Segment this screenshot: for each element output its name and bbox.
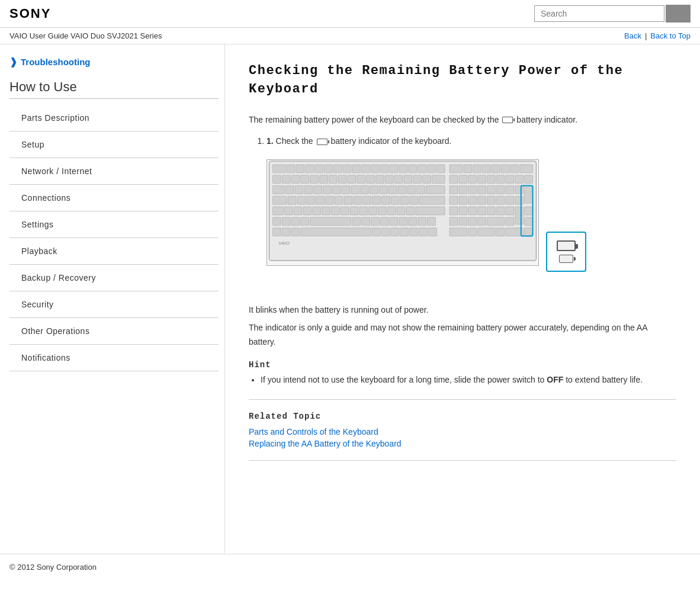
svg-rect-105 xyxy=(284,207,293,215)
related-topic-section: Related Topic Parts and Controls of the … xyxy=(249,412,676,448)
search-button[interactable] xyxy=(666,5,691,23)
svg-rect-10 xyxy=(362,165,370,173)
svg-rect-19 xyxy=(449,165,463,173)
content-title: Checking the Remaining Battery Power of … xyxy=(249,62,676,99)
svg-rect-97 xyxy=(459,197,467,205)
sidebar-item-connections[interactable]: Connections xyxy=(9,185,219,211)
svg-rect-89 xyxy=(363,197,371,205)
sidebar-item-playback[interactable]: Playback xyxy=(9,238,219,265)
svg-rect-5 xyxy=(315,165,323,173)
keyboard-svg-wrapper: VAIO xyxy=(266,159,539,266)
svg-rect-76 xyxy=(496,186,505,194)
svg-rect-101 xyxy=(496,197,505,205)
battery-icon-inline xyxy=(502,117,513,123)
step-number-1: 1. xyxy=(266,136,274,146)
svg-rect-156 xyxy=(391,228,399,236)
svg-rect-122 xyxy=(468,207,477,215)
hint-label: Hint xyxy=(249,360,676,370)
content-intro: The remaining battery power of the keybo… xyxy=(249,113,676,126)
svg-rect-99 xyxy=(478,197,486,205)
sidebar-item-notifications[interactable]: Notifications xyxy=(9,345,219,371)
svg-rect-7 xyxy=(333,165,342,173)
svg-rect-100 xyxy=(487,197,495,205)
back-link[interactable]: Back xyxy=(624,31,641,40)
svg-rect-146 xyxy=(478,217,486,226)
svg-rect-1 xyxy=(272,165,285,173)
svg-rect-109 xyxy=(322,207,330,215)
svg-rect-82 xyxy=(297,197,306,205)
breadcrumb-bar: VAIO User Guide VAIO Duo SVJ2021 Series … xyxy=(0,28,700,44)
svg-rect-31 xyxy=(310,175,319,184)
svg-rect-24 xyxy=(501,165,509,173)
svg-rect-128 xyxy=(525,207,533,215)
sidebar-item-backup-recovery[interactable]: Backup / Recovery xyxy=(9,265,219,291)
blinks-text: It blinks when the battery is running ou… xyxy=(249,303,676,317)
sony-logo: SONY xyxy=(9,6,51,21)
svg-rect-73 xyxy=(468,186,477,194)
sidebar-section-header: ❱ Troubleshooting xyxy=(9,56,219,68)
svg-rect-34 xyxy=(338,175,346,184)
divider-2 xyxy=(249,460,676,461)
svg-rect-87 xyxy=(344,197,352,205)
sidebar-item-network-internet[interactable]: Network / Internet xyxy=(9,158,219,185)
svg-rect-129 xyxy=(272,217,281,226)
svg-rect-155 xyxy=(381,228,390,236)
svg-rect-111 xyxy=(341,207,349,215)
svg-rect-9 xyxy=(352,165,361,173)
svg-rect-55 xyxy=(285,186,294,194)
svg-rect-77 xyxy=(506,186,514,194)
svg-rect-110 xyxy=(331,207,339,215)
svg-rect-53 xyxy=(525,175,533,184)
svg-rect-80 xyxy=(272,197,287,205)
sidebar-item-security[interactable]: Security xyxy=(9,291,219,318)
related-link-replacing[interactable]: Replacing the AA Battery of the Keyboard xyxy=(249,439,676,448)
search-input[interactable] xyxy=(534,5,664,22)
sidebar-item-other-operations[interactable]: Other Operations xyxy=(9,318,219,345)
svg-rect-60 xyxy=(332,186,341,194)
svg-rect-62 xyxy=(351,186,359,194)
search-area xyxy=(534,5,691,23)
svg-rect-26 xyxy=(520,165,533,173)
related-link-parts[interactable]: Parts and Controls of the Keyboard xyxy=(249,427,676,436)
svg-rect-64 xyxy=(370,186,378,194)
svg-rect-35 xyxy=(348,175,356,184)
sidebar-item-settings[interactable]: Settings xyxy=(9,211,219,238)
svg-rect-30 xyxy=(301,175,309,184)
svg-rect-125 xyxy=(496,207,505,215)
svg-rect-149 xyxy=(525,217,533,226)
svg-rect-14 xyxy=(399,165,407,173)
svg-rect-56 xyxy=(295,186,303,194)
battery-icon-step xyxy=(317,139,327,145)
svg-rect-98 xyxy=(468,197,477,205)
svg-rect-69 xyxy=(417,186,425,194)
svg-rect-86 xyxy=(335,197,343,205)
svg-rect-15 xyxy=(409,165,417,173)
sidebar-item-parts-description[interactable]: Parts Description xyxy=(9,105,219,131)
svg-rect-151 xyxy=(282,228,290,236)
svg-rect-163 xyxy=(478,228,496,236)
svg-rect-150 xyxy=(272,228,281,236)
svg-rect-135 xyxy=(362,217,370,226)
svg-rect-143 xyxy=(449,217,458,226)
svg-rect-141 xyxy=(418,217,426,226)
svg-rect-154 xyxy=(373,228,381,236)
sidebar-item-setup[interactable]: Setup xyxy=(9,131,219,158)
svg-rect-94 xyxy=(410,197,418,205)
svg-rect-45 xyxy=(449,175,458,184)
svg-rect-144 xyxy=(459,217,467,226)
svg-rect-140 xyxy=(409,217,417,226)
back-to-top-link[interactable]: Back to Top xyxy=(650,31,691,40)
svg-rect-4 xyxy=(306,165,314,173)
svg-rect-159 xyxy=(419,228,428,236)
svg-rect-118 xyxy=(406,207,415,215)
svg-rect-51 xyxy=(506,175,514,184)
svg-rect-117 xyxy=(397,207,405,215)
svg-rect-18 xyxy=(436,165,445,173)
svg-rect-37 xyxy=(367,175,375,184)
svg-rect-160 xyxy=(429,228,437,236)
svg-rect-3 xyxy=(296,165,304,173)
svg-rect-138 xyxy=(390,217,398,226)
svg-rect-152 xyxy=(291,228,300,236)
svg-rect-25 xyxy=(510,165,519,173)
svg-rect-153 xyxy=(301,228,371,236)
